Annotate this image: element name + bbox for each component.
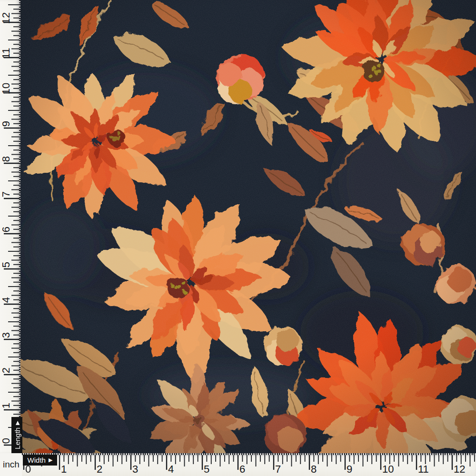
length-inch-number: 7 (0, 191, 12, 197)
width-inch-number: 11 (418, 464, 429, 475)
unit-label: inch (3, 459, 20, 470)
length-inch-number: 2 (0, 367, 12, 373)
width-inch-number: 2 (97, 464, 102, 475)
unit-corner: inch (0, 453, 22, 476)
length-inch-number: 8 (0, 156, 12, 162)
right-arrow-icon: ▶ (49, 457, 52, 463)
length-inch-number: 3 (0, 332, 12, 338)
width-inch-number: 7 (275, 464, 281, 475)
up-arrow-icon: ▶ (14, 421, 20, 425)
length-inch-number: 6 (0, 227, 12, 232)
length-label-box: Length ▶ (11, 417, 22, 453)
width-inch-number: 4 (168, 464, 174, 475)
length-inch-number: 11 (0, 48, 12, 59)
width-ruler-dashed-edge (22, 453, 476, 455)
length-label: Length (13, 427, 21, 449)
fabric-photo (0, 0, 476, 476)
length-ruler: 0123456789101112 Length ▶ (0, 0, 20, 453)
width-inch-number: 12 (454, 464, 465, 475)
width-label: Width (28, 456, 46, 464)
width-inch-number: 0 (25, 464, 31, 475)
width-inch-number: 3 (132, 464, 138, 475)
width-inch-number: 8 (311, 464, 317, 475)
length-inch-number: 9 (0, 121, 12, 127)
width-ruler-ticks (0, 453, 476, 476)
width-inch-number: 6 (239, 464, 245, 475)
width-inch-number: 9 (347, 464, 352, 475)
length-inch-number: 5 (0, 262, 12, 268)
length-inch-number: 1 (0, 403, 12, 408)
length-inch-number: 10 (0, 83, 12, 94)
width-label-box: Width ▶ (23, 455, 57, 466)
length-inch-number: 0 (0, 438, 12, 444)
width-ruler: 0123456789101112 Width ▶ (0, 453, 476, 476)
length-inch-number: 12 (0, 12, 12, 24)
width-inch-number: 5 (204, 464, 209, 475)
fabric-measurement-image: 0123456789101112 Length ▶ 01234567891011… (0, 0, 476, 476)
length-inch-number: 4 (0, 297, 12, 303)
length-ruler-dashed-edge (19, 0, 21, 453)
width-inch-number: 1 (61, 464, 67, 475)
width-inch-number: 10 (382, 464, 394, 475)
